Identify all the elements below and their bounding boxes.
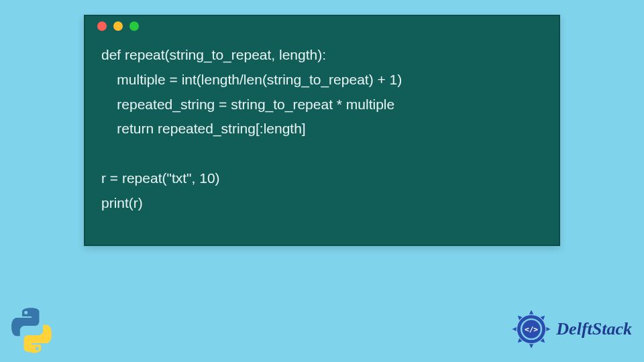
brand-badge: </> DelftStack <box>511 308 632 350</box>
window-titlebar <box>85 16 559 36</box>
brand-emblem-icon: </> <box>511 308 552 350</box>
svg-marker-2 <box>547 327 551 331</box>
code-block: def repeat(string_to_repeat, length): mu… <box>85 36 559 215</box>
svg-marker-0 <box>529 310 533 314</box>
brand-name: DelftStack <box>556 319 632 339</box>
python-logo-icon <box>8 307 55 354</box>
svg-marker-1 <box>541 314 547 320</box>
svg-marker-4 <box>529 344 533 348</box>
close-icon <box>97 21 107 31</box>
maximize-icon <box>129 21 139 31</box>
minimize-icon <box>113 21 123 31</box>
svg-marker-7 <box>517 314 523 320</box>
svg-marker-6 <box>513 327 517 331</box>
code-window: def repeat(string_to_repeat, length): mu… <box>84 15 560 246</box>
svg-text:</>: </> <box>525 325 538 334</box>
